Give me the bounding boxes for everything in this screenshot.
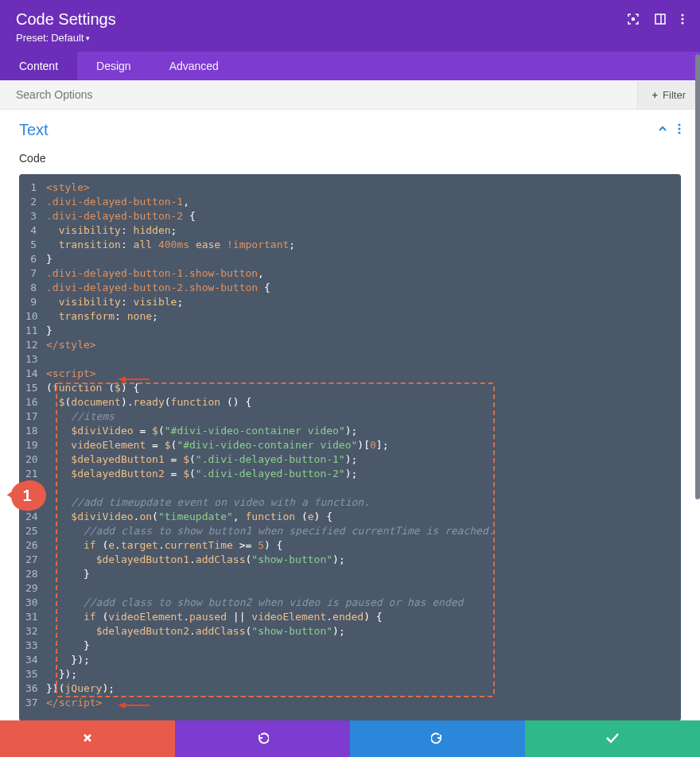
code-content: $delayedButton2 = $(".divi-delayed-butto…: [46, 467, 670, 481]
code-line: 8.divi-delayed-button-2.show-button {: [25, 281, 670, 295]
code-line: 17 //items: [25, 410, 670, 424]
line-number: 16: [25, 395, 46, 410]
line-number: 28: [25, 567, 46, 581]
code-line: 14<script>: [25, 367, 670, 381]
search-filter-row: + Filter: [0, 80, 700, 110]
line-number: 26: [25, 538, 46, 553]
line-number: 17: [25, 410, 46, 424]
code-content: transform: none;: [46, 309, 670, 324]
code-content: $(document).ready(function () {: [46, 395, 670, 410]
redo-icon: [431, 732, 444, 747]
code-line: 12</style>: [25, 338, 670, 352]
line-number: 6: [25, 252, 46, 266]
code-content: visibility: hidden;: [46, 223, 670, 238]
code-content: $delayedButton1 = $(".divi-delayed-butto…: [46, 452, 670, 467]
code-line: 21 $delayedButton2 = $(".divi-delayed-bu…: [25, 467, 670, 481]
line-number: 21: [25, 467, 46, 481]
svg-rect-1: [655, 14, 665, 24]
code-content: if (e.target.currentTime >= 5) {: [46, 538, 670, 553]
svg-point-4: [682, 18, 684, 21]
svg-point-6: [679, 123, 681, 126]
code-line: 29: [25, 581, 670, 596]
code-content: videoElement = $("#divi-video-container …: [46, 438, 670, 452]
code-content: //add class to show button2 when video i…: [46, 596, 670, 610]
code-line: 20 $delayedButton1 = $(".divi-delayed-bu…: [25, 452, 670, 467]
code-content: $delayedButton1.addClass("show-button");: [46, 553, 670, 567]
search-input[interactable]: [0, 80, 637, 109]
code-content: [46, 352, 670, 367]
code-line: 24 $diviVideo.on("timeupdate", function …: [25, 510, 670, 524]
code-line: 33 }: [25, 639, 670, 653]
redo-button[interactable]: [350, 720, 525, 757]
code-line: 18 $diviVideo = $("#divi-video-container…: [25, 424, 670, 438]
code-line: 10 transform: none;: [25, 309, 670, 324]
code-line: 26 if (e.target.currentTime >= 5) {: [25, 538, 670, 553]
undo-button[interactable]: [175, 720, 350, 757]
section-more-icon[interactable]: [678, 123, 681, 138]
code-content: .divi-delayed-button-2 {: [46, 209, 670, 223]
more-icon[interactable]: [681, 13, 684, 25]
line-number: 18: [25, 424, 46, 438]
code-content: $diviVideo = $("#divi-video-container vi…: [46, 424, 670, 438]
line-number: 8: [25, 281, 46, 295]
caret-down-icon: ▾: [86, 34, 90, 42]
line-number: 32: [25, 624, 46, 639]
line-number: 37: [25, 696, 46, 710]
code-line: 4 visibility: hidden;: [25, 223, 670, 238]
code-editor[interactable]: 1<style>2.divi-delayed-button-1,3.divi-d…: [19, 174, 681, 721]
code-content: [46, 481, 670, 495]
code-line: 23 //add timeupdate event on video with …: [25, 495, 670, 510]
preset-value: Default: [51, 32, 84, 44]
code-content: });: [46, 653, 670, 667]
code-line: 22: [25, 481, 670, 495]
line-number: 20: [25, 452, 46, 467]
line-number: 23: [25, 495, 46, 510]
svg-point-8: [679, 131, 681, 134]
code-content: //add timeupdate event on video with a f…: [46, 495, 670, 510]
code-line: 36})(jQuery);: [25, 681, 670, 696]
preset-selector[interactable]: Preset: Default ▾: [16, 32, 116, 44]
line-number: 15: [25, 381, 46, 395]
code-content: //add class to show button1 when specifi…: [46, 524, 670, 538]
code-line: 6}: [25, 252, 670, 266]
collapse-icon[interactable]: [657, 123, 668, 138]
code-content: <style>: [46, 181, 670, 195]
tab-design[interactable]: Design: [77, 52, 150, 80]
code-line: 28 }: [25, 567, 670, 581]
cancel-button[interactable]: [0, 720, 175, 757]
code-line: 27 $delayedButton1.addClass("show-button…: [25, 553, 670, 567]
code-content: (function ($) {: [46, 381, 670, 395]
code-field-label: Code: [19, 152, 681, 165]
filter-button[interactable]: + Filter: [637, 81, 700, 109]
line-number: 11: [25, 324, 46, 338]
code-content: visibility: visible;: [46, 295, 670, 309]
tab-content[interactable]: Content: [0, 52, 77, 80]
svg-point-3: [682, 14, 684, 17]
panel-icon[interactable]: [654, 13, 667, 25]
code-content: </script>: [46, 696, 670, 710]
code-content: .divi-delayed-button-1.show-button,: [46, 266, 670, 281]
action-footer: [0, 720, 700, 757]
code-content: }: [46, 567, 670, 581]
code-content: //items: [46, 410, 670, 424]
code-content: })(jQuery);: [46, 681, 670, 696]
focus-icon[interactable]: [627, 13, 640, 25]
line-number: 3: [25, 209, 46, 223]
tab-advanced[interactable]: Advanced: [150, 52, 238, 80]
code-line: 9 visibility: visible;: [25, 295, 670, 309]
save-button[interactable]: [525, 720, 700, 757]
check-icon: [605, 732, 620, 746]
line-number: 13: [25, 352, 46, 367]
code-line: 30 //add class to show button2 when vide…: [25, 596, 670, 610]
code-content: .divi-delayed-button-2.show-button {: [46, 281, 670, 295]
code-content: $diviVideo.on("timeupdate", function (e)…: [46, 510, 670, 524]
scrollbar[interactable]: [695, 54, 700, 499]
code-line: 3.divi-delayed-button-2 {: [25, 209, 670, 223]
code-content: }: [46, 324, 670, 338]
line-number: 29: [25, 581, 46, 596]
code-line: 31 if (videoElement.paused || videoEleme…: [25, 610, 670, 624]
code-line: 35 });: [25, 667, 670, 681]
line-number: 35: [25, 667, 46, 681]
close-icon: [82, 732, 93, 746]
code-content: .divi-delayed-button-1,: [46, 195, 670, 209]
